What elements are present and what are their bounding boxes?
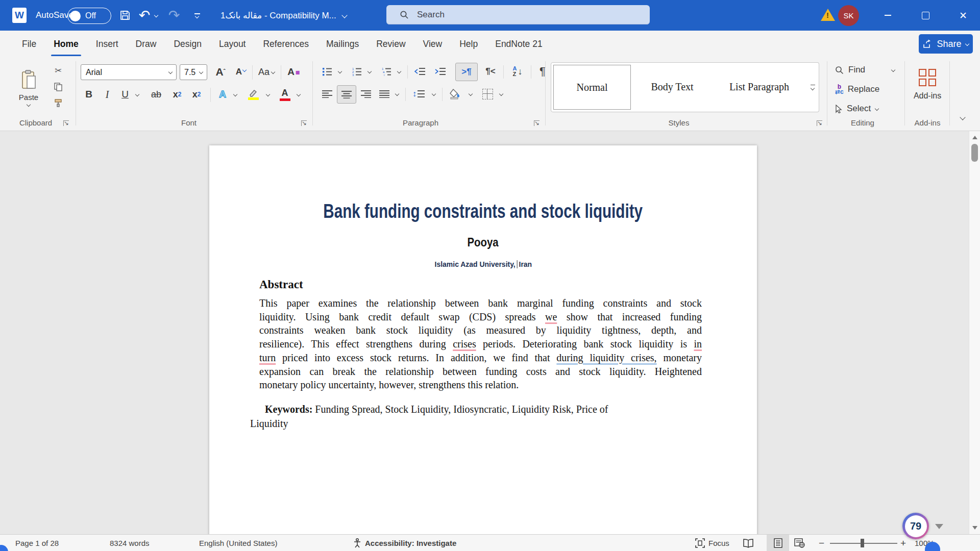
align-center-button[interactable] (337, 85, 356, 104)
badge-hide-arrow-icon[interactable] (935, 524, 943, 529)
tab-review[interactable]: Review (368, 31, 414, 57)
document-page[interactable]: Bank funding constraints and stock liqui… (209, 145, 757, 534)
close-button[interactable]: ✕ (951, 0, 975, 31)
text-effects-button[interactable]: A (214, 87, 231, 102)
multilevel-list-button[interactable]: 1ai (379, 64, 394, 79)
tab-endnote-21[interactable]: EndNote 21 (486, 31, 551, 57)
shrink-font-button[interactable]: A (232, 64, 250, 80)
document-title-area[interactable]: مقاله بانک1 - Compatibility M... (220, 0, 347, 31)
font-color-dropdown[interactable] (294, 87, 303, 102)
minimize-button[interactable] (876, 0, 899, 31)
document-canvas[interactable]: Bank funding constraints and stock liqui… (0, 131, 969, 534)
styles-dialog-launcher[interactable]: ↘ (817, 120, 822, 126)
save-button[interactable] (116, 0, 134, 31)
tab-help[interactable]: Help (451, 31, 486, 57)
style-body-text[interactable]: Body Text (634, 65, 710, 109)
styles-gallery-more-button[interactable] (806, 62, 819, 112)
italic-button[interactable]: I (100, 87, 114, 102)
find-dropdown[interactable] (888, 62, 898, 78)
avatar[interactable]: SK (838, 5, 859, 26)
clipboard-dialog-launcher[interactable]: ↘ (63, 120, 69, 126)
increase-indent-button[interactable] (432, 64, 449, 79)
undo-dropdown[interactable] (152, 0, 160, 31)
read-mode-button[interactable] (743, 535, 754, 551)
line-spacing-dropdown[interactable] (430, 87, 438, 101)
rtl-paragraph-button[interactable]: ¶< (481, 64, 500, 79)
bold-button[interactable]: B (82, 87, 96, 102)
grow-font-button[interactable]: Aˆ (211, 64, 230, 80)
grammarly-score-badge[interactable]: 79 (902, 513, 929, 539)
tab-references[interactable]: References (254, 31, 317, 57)
copy-button[interactable] (51, 81, 65, 93)
line-spacing-button[interactable]: ↕ (409, 87, 428, 101)
scrollbar-thumb[interactable] (971, 144, 978, 162)
shading-dropdown[interactable] (467, 87, 475, 101)
search-input[interactable]: Search (386, 5, 650, 24)
vertical-scrollbar[interactable] (969, 131, 980, 534)
tab-file[interactable]: File (13, 31, 45, 57)
maximize-button[interactable] (914, 0, 937, 31)
focus-mode-button[interactable]: Focus (695, 535, 729, 551)
style-normal[interactable]: Normal (553, 65, 631, 110)
numbering-dropdown[interactable] (365, 64, 374, 79)
highlight-dropdown[interactable] (263, 87, 273, 102)
borders-dropdown[interactable] (497, 87, 505, 101)
paste-button[interactable]: Paste (15, 61, 42, 114)
tab-design[interactable]: Design (165, 31, 210, 57)
zoom-out-button[interactable]: − (819, 535, 824, 551)
bullets-button[interactable] (320, 64, 335, 79)
redo-button[interactable]: ↷ (166, 0, 182, 31)
tab-view[interactable]: View (414, 31, 451, 57)
borders-button[interactable] (479, 86, 496, 102)
text-effects-dropdown[interactable] (231, 87, 240, 102)
zoom-in-button[interactable]: + (900, 535, 906, 551)
zoom-slider-handle[interactable] (861, 539, 864, 547)
shading-button[interactable] (446, 85, 464, 103)
collapse-ribbon-button[interactable] (955, 110, 970, 124)
subscript-button[interactable]: x2 (168, 87, 186, 102)
undo-button[interactable]: ↶ (137, 0, 152, 31)
select-button[interactable]: Select (835, 101, 891, 116)
font-color-button[interactable]: A (277, 86, 293, 103)
highlight-button[interactable] (244, 86, 262, 103)
scroll-down-icon[interactable] (972, 526, 977, 530)
multilevel-dropdown[interactable] (395, 64, 403, 79)
align-right-button[interactable] (358, 87, 374, 101)
font-dialog-launcher[interactable]: ↘ (301, 120, 307, 126)
accessibility-status[interactable]: Accessibility: Investigate (353, 535, 456, 551)
page-indicator[interactable]: Page 1 of 28 (15, 535, 59, 551)
superscript-button[interactable]: x2 (188, 87, 205, 102)
addins-button[interactable]: Add-ins (908, 62, 947, 107)
share-button[interactable]: Share (919, 34, 973, 54)
change-case-button[interactable]: Aa (255, 64, 278, 80)
decrease-indent-button[interactable] (411, 64, 429, 79)
strikethrough-button[interactable]: ab (147, 87, 165, 102)
warning-icon[interactable] (821, 9, 835, 21)
word-count[interactable]: 8324 words (110, 535, 150, 551)
tab-insert[interactable]: Insert (87, 31, 127, 57)
web-layout-button[interactable] (794, 535, 805, 551)
print-layout-button[interactable] (767, 535, 789, 551)
cut-button[interactable]: ✂ (51, 64, 65, 77)
tab-draw[interactable]: Draw (127, 31, 165, 57)
underline-button[interactable]: U (118, 87, 132, 102)
customize-qat-button[interactable] (191, 0, 203, 31)
tab-layout[interactable]: Layout (210, 31, 255, 57)
sort-button[interactable]: AZ ↓ (507, 63, 528, 80)
font-name-combobox[interactable]: Arial (81, 64, 177, 80)
bullets-dropdown[interactable] (336, 64, 344, 79)
autosave-toggle[interactable]: Off (67, 8, 111, 24)
numbering-button[interactable]: 123 (349, 64, 364, 79)
align-left-button[interactable] (320, 87, 335, 101)
replace-button[interactable]: b⇄c Replace (835, 82, 898, 97)
tab-mailings[interactable]: Mailings (317, 31, 368, 57)
justify-button[interactable] (377, 87, 392, 101)
language-indicator[interactable]: English (United States) (199, 535, 277, 551)
ltr-paragraph-button[interactable]: >¶ (455, 63, 478, 81)
format-painter-button[interactable] (51, 97, 65, 109)
justify-dropdown[interactable] (393, 87, 401, 101)
style-list-paragraph[interactable]: List Paragraph (715, 65, 804, 109)
find-button[interactable]: Find (835, 62, 891, 78)
underline-dropdown[interactable] (133, 87, 142, 102)
paragraph-dialog-launcher[interactable]: ↘ (534, 120, 540, 126)
